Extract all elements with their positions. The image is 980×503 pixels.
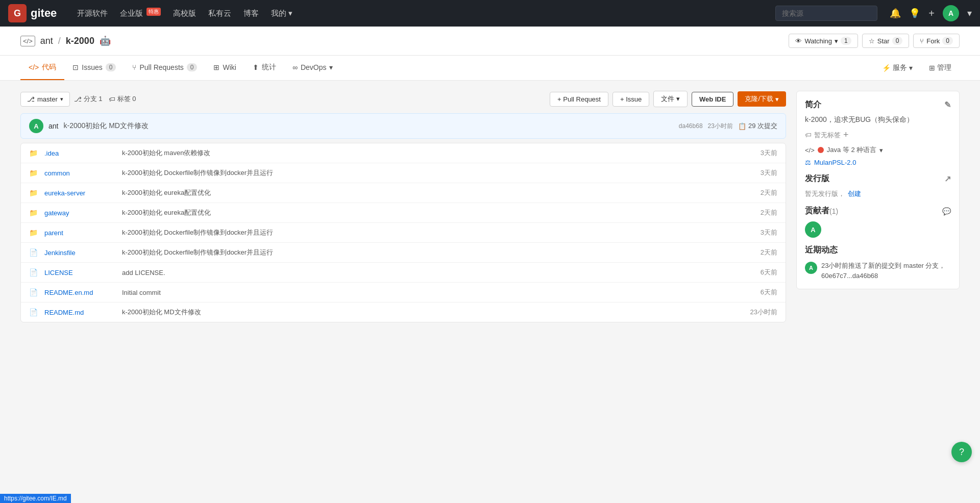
file-doc-icon: 📄 [29, 288, 38, 296]
tag-label-icon: 🏷 [805, 131, 812, 139]
branch-selector[interactable]: ⎇ master ▾ [20, 92, 70, 107]
file-name[interactable]: LICENSE [44, 269, 116, 276]
file-commit-msg: k-2000初始化 eureka配置优化 [122, 208, 754, 217]
fork-count: 0 [942, 37, 953, 45]
pr-icon: ⑂ [132, 63, 136, 71]
file-commit-msg: k-2000初始化 maven依赖修改 [122, 148, 754, 158]
repo-name[interactable]: k-2000 [66, 36, 94, 46]
file-time: 3天前 [761, 148, 777, 158]
fork-button[interactable]: ⑂ Fork 0 [913, 34, 960, 48]
bulb-icon[interactable]: 💡 [909, 8, 920, 19]
commit-author[interactable]: ant [48, 122, 58, 130]
file-commit-msg: k-2000初始化 eureka配置优化 [122, 188, 754, 197]
file-doc-icon: 📄 [29, 248, 38, 257]
tab-manage[interactable]: ⊞ 管理 [921, 56, 960, 80]
branch-chevron-icon: ▾ [60, 96, 63, 103]
activity-avatar: A [805, 262, 817, 274]
file-time: 2天前 [761, 248, 777, 257]
logo-text: gitee [31, 7, 57, 20]
contributor-avatars: A [805, 221, 951, 238]
balance-icon: ⚖ [805, 159, 811, 166]
repo-action-buttons: 👁 Watching ▾ 1 ☆ Star 0 ⑂ Fork 0 [789, 34, 960, 48]
commit-count-icon: 📋 [738, 122, 746, 130]
pull-request-button[interactable]: + Pull Request [550, 92, 608, 107]
nav-icons: 🔔 💡 + A ▾ [890, 5, 972, 21]
java-lang-dot [818, 147, 824, 153]
file-name[interactable]: common [44, 169, 116, 177]
nav-item-blog[interactable]: 博客 [243, 9, 259, 18]
branch-count: ⎇ 分支 1 [74, 94, 103, 104]
commit-message[interactable]: k-2000初始化 MD文件修改 [63, 121, 673, 131]
contributor-title: 贡献者 (1) 💬 [805, 206, 951, 216]
file-name[interactable]: gateway [44, 209, 116, 217]
tab-statistics[interactable]: ⬆ 统计 [244, 56, 284, 80]
tab-pull-requests[interactable]: ⑂ Pull Requests 0 [124, 56, 205, 80]
file-toolbar: ⎇ master ▾ ⎇ 分支 1 🏷 标签 0 + Pull Request … [20, 91, 786, 107]
repo-type-icon: </> [20, 36, 35, 46]
tab-issues[interactable]: ⊡ Issues 0 [64, 56, 124, 80]
release-external-icon[interactable]: ↗ [944, 174, 951, 184]
nav-item-mine[interactable]: 我的 ▾ [271, 9, 292, 18]
watching-button[interactable]: 👁 Watching ▾ 1 [789, 34, 857, 48]
star-count: 0 [892, 37, 903, 45]
robot-icon: 🤖 [100, 35, 111, 46]
search-input[interactable] [775, 6, 877, 21]
clone-button[interactable]: 克隆/下载 ▾ [738, 91, 786, 107]
tab-code[interactable]: </> 代码 [20, 56, 64, 80]
activity-title: 近期动态 [805, 245, 951, 256]
file-name[interactable]: eureka-server [44, 189, 116, 197]
table-row: 📄 LICENSE add LICENSE. 6天前 [21, 263, 786, 283]
file-name[interactable]: .idea [44, 149, 116, 157]
file-name[interactable]: Jenkinsfile [44, 249, 116, 257]
issues-badge: 0 [106, 63, 116, 71]
commit-hash[interactable]: da46b68 [679, 122, 703, 130]
logo-area[interactable]: G gitee [8, 4, 57, 22]
issues-icon: ⊡ [72, 63, 79, 71]
avatar[interactable]: A [943, 5, 959, 21]
file-commit-msg: Initial commit [122, 289, 754, 296]
devops-dropdown-icon: ▾ [329, 63, 333, 71]
commit-count[interactable]: 📋 29 次提交 [738, 121, 777, 131]
commit-author-avatar: A [29, 119, 43, 133]
release-section: 发行版 ↗ 暂无发行版， 创建 [805, 173, 951, 198]
tab-wiki[interactable]: ⊞ Wiki [205, 56, 244, 80]
contributor-external-icon[interactable]: 💬 [942, 207, 951, 215]
tab-devops[interactable]: ∞ DevOps ▾ [284, 56, 341, 80]
file-time: 3天前 [761, 228, 777, 237]
repo-header: </> ant / k-2000 🤖 👁 Watching ▾ 1 ☆ Star… [0, 27, 980, 56]
branch-icon: ⎇ [27, 95, 35, 103]
file-doc-icon: 📄 [29, 308, 38, 316]
tag-area: 🏷 暂无标签 + [805, 130, 951, 140]
watching-count: 1 [841, 37, 851, 45]
file-dropdown-icon: ▾ [676, 95, 680, 103]
table-row: 📁 gateway k-2000初始化 eureka配置优化 2天前 [21, 203, 786, 223]
repo-description: k-2000，追求无BUG（狗头保命） [805, 115, 951, 124]
contributor-avatar[interactable]: A [805, 221, 821, 238]
notification-icon[interactable]: 🔔 [890, 8, 901, 19]
file-name[interactable]: README.md [44, 309, 116, 316]
create-release-link[interactable]: 创建 [848, 189, 861, 198]
repo-title-area: </> ant / k-2000 🤖 [20, 35, 111, 46]
nav-item-enterprise[interactable]: 企业版 特惠 [120, 9, 160, 18]
intro-edit-icon[interactable]: ✎ [944, 100, 951, 110]
issue-button[interactable]: + Issue [612, 92, 649, 107]
add-tag-icon[interactable]: + [843, 130, 849, 140]
plus-icon[interactable]: + [928, 8, 935, 19]
file-name[interactable]: parent [44, 229, 116, 237]
file-commit-msg: k-2000初始化 MD文件修改 [122, 308, 744, 317]
license-area[interactable]: ⚖ MulanPSL-2.0 [805, 159, 951, 166]
nav-item-opensource[interactable]: 开源软件 [77, 9, 108, 18]
tab-service[interactable]: ⚡ 服务 ▾ [874, 56, 921, 80]
webide-button[interactable]: Web IDE [692, 92, 734, 107]
star-button[interactable]: ☆ Star 0 [862, 34, 910, 48]
file-name[interactable]: README.en.md [44, 289, 116, 296]
file-button[interactable]: 文件 ▾ [653, 91, 688, 107]
file-time: 6天前 [761, 288, 777, 297]
nav-item-private-cloud[interactable]: 私有云 [208, 9, 231, 18]
table-row: 📁 common k-2000初始化 Dockerfile制作镜像到docker… [21, 163, 786, 183]
repo-owner[interactable]: ant [40, 36, 53, 46]
tag-icon: 🏷 [109, 95, 115, 103]
nav-item-university[interactable]: 高校版 [173, 9, 196, 18]
avatar-dropdown-icon[interactable]: ▾ [967, 8, 972, 19]
service-icon: ⚡ [882, 64, 891, 72]
